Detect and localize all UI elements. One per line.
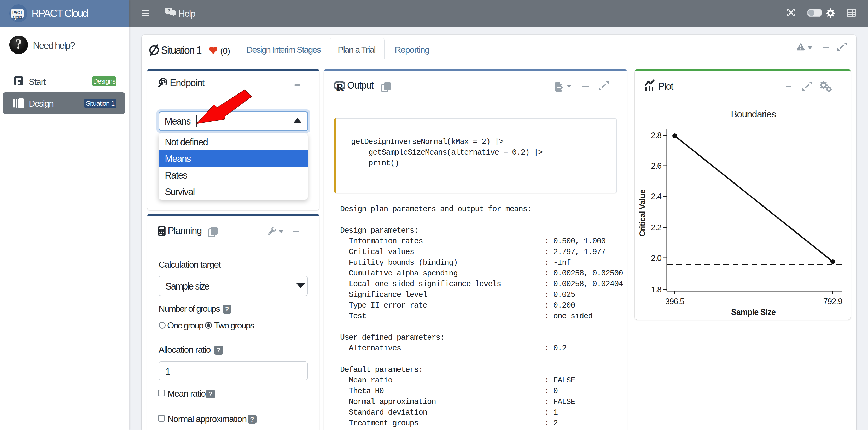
svg-text:Cloud: Cloud [13,15,22,19]
svg-text:2.2: 2.2 [651,223,661,232]
svg-text:2.0: 2.0 [651,254,662,263]
svg-text:792.9: 792.9 [823,297,842,306]
svg-text:2.6: 2.6 [651,161,661,170]
svg-text:396.5: 396.5 [665,297,684,306]
svg-text:?: ? [15,37,22,52]
svg-text:PACT: PACT [12,10,23,15]
svg-text:R: R [336,82,344,91]
svg-text:Boundaries: Boundaries [731,109,776,120]
svg-text:Critical Value: Critical Value [638,189,647,236]
svg-text:2.8: 2.8 [651,131,661,140]
svg-text:Sample Size: Sample Size [731,307,776,317]
svg-text:2.4: 2.4 [651,192,662,201]
svg-text:1.8: 1.8 [651,285,661,294]
